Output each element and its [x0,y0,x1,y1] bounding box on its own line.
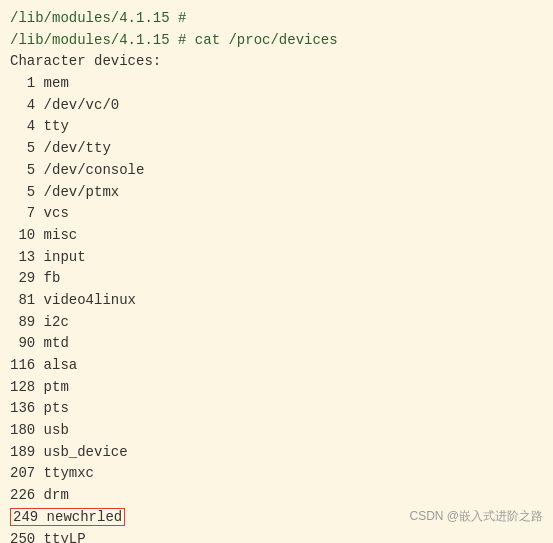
highlighted-device: 249 newchrled [10,508,125,526]
watermark: CSDN @嵌入式进阶之路 [409,508,543,525]
line-2: Character devices: [10,51,543,73]
line-14: 89 i2c [10,312,543,334]
line-8: 5 /dev/ptmx [10,182,543,204]
line-24: 250 ttyLP [10,529,543,544]
line-1: /lib/modules/4.1.15 # cat /proc/devices [10,30,543,52]
line-21: 207 ttymxc [10,463,543,485]
line-7: 5 /dev/console [10,160,543,182]
line-20: 189 usb_device [10,442,543,464]
line-15: 90 mtd [10,333,543,355]
line-0: /lib/modules/4.1.15 # [10,8,543,30]
line-6: 5 /dev/tty [10,138,543,160]
line-4: 4 /dev/vc/0 [10,95,543,117]
line-22: 226 drm [10,485,543,507]
line-18: 136 pts [10,398,543,420]
line-19: 180 usb [10,420,543,442]
terminal-window: /lib/modules/4.1.15 #/lib/modules/4.1.15… [0,0,553,543]
line-11: 13 input [10,247,543,269]
line-12: 29 fb [10,268,543,290]
line-10: 10 misc [10,225,543,247]
line-17: 128 ptm [10,377,543,399]
line-16: 116 alsa [10,355,543,377]
line-13: 81 video4linux [10,290,543,312]
line-9: 7 vcs [10,203,543,225]
line-3: 1 mem [10,73,543,95]
line-5: 4 tty [10,116,543,138]
